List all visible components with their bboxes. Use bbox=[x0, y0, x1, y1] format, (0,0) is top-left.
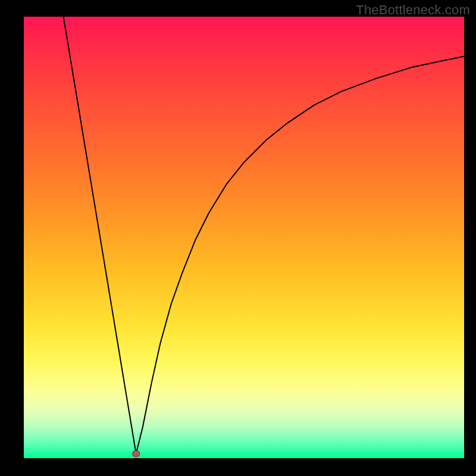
plot-area bbox=[24, 17, 464, 458]
watermark-text: TheBottleneck.com bbox=[356, 2, 470, 18]
chart-frame: TheBottleneck.com bbox=[0, 0, 476, 476]
chart-svg bbox=[24, 17, 464, 458]
gradient-background bbox=[24, 17, 464, 458]
minimum-marker bbox=[133, 451, 140, 457]
